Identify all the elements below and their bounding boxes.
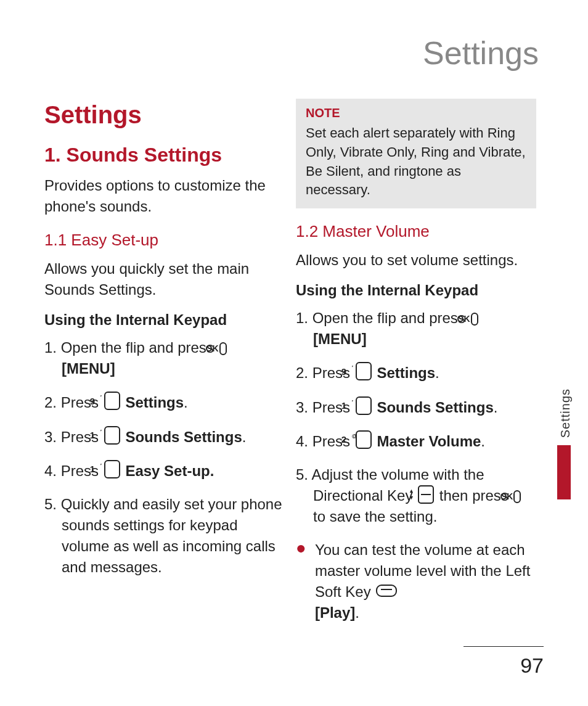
bullet-item: ● You can test the volume at each master… xyxy=(296,540,536,623)
master-volume-steps: Open the flip and press OK [MENU] Press … xyxy=(296,308,536,527)
easy-setup-intro: Allows you quickly set the main Sounds S… xyxy=(44,258,285,300)
step-4: Press Master Volume. xyxy=(296,430,536,452)
step-text: Press xyxy=(61,462,103,479)
step-text: to save the setting. xyxy=(313,508,437,525)
step-text: Press xyxy=(61,429,103,445)
side-tab: Settings xyxy=(558,388,571,499)
ok-key-icon: OK xyxy=(471,313,478,326)
heading-sounds-settings: 1. Sounds Settings xyxy=(44,144,285,166)
heading-settings: Settings xyxy=(44,101,285,129)
step-5: Adjust the volume with the Directional K… xyxy=(296,464,536,527)
key-1-icon xyxy=(104,460,120,478)
step-label: [MENU] xyxy=(313,329,536,350)
keypad-heading-right: Using the Internal Keypad xyxy=(296,282,536,299)
bullet-dot-icon: ● xyxy=(296,540,306,623)
sounds-intro: Provides options to customize the phone'… xyxy=(44,175,285,217)
step-text: Press xyxy=(312,399,354,416)
right-column: NOTE Set each alert separately with Ring… xyxy=(296,99,536,634)
note-label: NOTE xyxy=(306,106,526,120)
left-soft-key-icon xyxy=(376,585,397,597)
step-text: Quickly and easily set your phone sounds… xyxy=(61,496,282,575)
ok-key-icon: OK xyxy=(219,342,227,355)
step-text: Press xyxy=(312,433,354,449)
step-2: Press Settings. xyxy=(44,392,285,413)
directional-key-icon xyxy=(418,485,434,504)
step-text: Open the flip and press xyxy=(312,310,470,326)
keypad-heading-left: Using the Internal Keypad xyxy=(44,311,285,329)
step-4: Press Easy Set-up. xyxy=(44,460,285,482)
page-heading: Settings xyxy=(423,35,539,72)
step-label: Easy Set-up. xyxy=(125,462,214,479)
note-box: NOTE Set each alert separately with Ring… xyxy=(296,99,536,208)
bullet-text: You can test the volume at each master v… xyxy=(315,541,531,600)
step-2: Press Settings. xyxy=(296,362,536,384)
step-1: Open the flip and press OK [MENU] xyxy=(44,337,285,379)
key-1-icon xyxy=(356,396,372,415)
master-volume-intro: Allows you to set volume settings. xyxy=(296,250,536,271)
step-text: Open the flip and press xyxy=(61,339,218,356)
step-1: Open the flip and press OK [MENU] xyxy=(296,308,536,350)
step-3: Press Sounds Settings. xyxy=(296,396,536,418)
step-label: Sounds Settings xyxy=(377,399,493,416)
step-label: Settings xyxy=(125,394,184,411)
key-9-icon xyxy=(356,362,372,380)
bullet-label: [Play] xyxy=(315,604,355,621)
side-tab-label: Settings xyxy=(558,388,573,438)
page-number-rule xyxy=(463,646,544,647)
key-2-icon xyxy=(356,430,372,449)
heading-easy-setup: 1.1 Easy Set-up xyxy=(44,231,285,250)
step-label: [MENU] xyxy=(62,358,285,379)
step-5: Quickly and easily set your phone sounds… xyxy=(44,494,285,578)
step-label: Sounds Settings xyxy=(125,429,242,445)
easy-setup-steps: Open the flip and press OK [MENU] Press … xyxy=(44,337,285,578)
step-text: Press xyxy=(61,394,103,411)
page-number: 97 xyxy=(520,654,544,678)
key-9-icon xyxy=(104,392,120,410)
step-text: Press xyxy=(312,364,354,381)
side-tab-bar xyxy=(557,445,571,499)
step-label: Settings xyxy=(377,364,435,381)
heading-master-volume: 1.2 Master Volume xyxy=(296,222,536,241)
note-text: Set each alert separately with Ring Only… xyxy=(306,124,526,200)
step-3: Press Sounds Settings. xyxy=(44,426,285,448)
step-label: Master Volume xyxy=(377,433,481,449)
ok-key-icon: OK xyxy=(513,490,521,503)
key-1-icon xyxy=(104,426,120,445)
left-column: Settings 1. Sounds Settings Provides opt… xyxy=(44,99,285,590)
